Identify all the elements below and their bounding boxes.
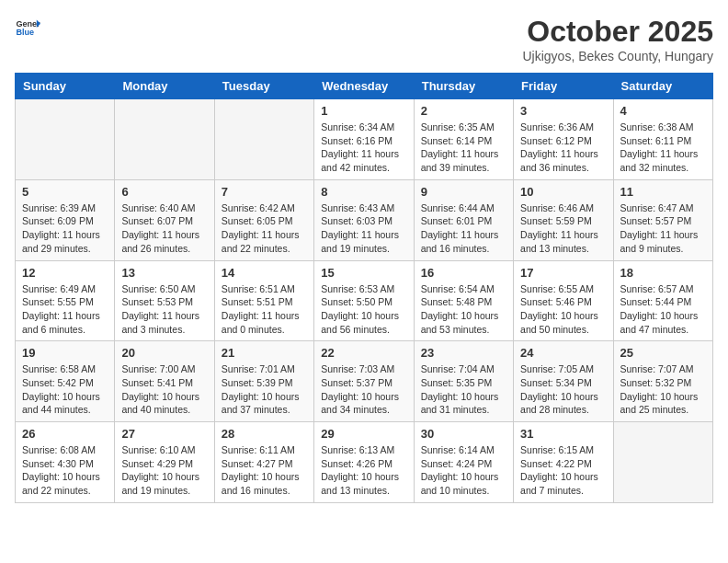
weekday-header-friday: Friday [514, 74, 613, 99]
calendar-week-2: 5Sunrise: 6:39 AMSunset: 6:09 PMDaylight… [16, 179, 713, 260]
calendar-cell: 2Sunrise: 6:35 AMSunset: 6:14 PMDaylight… [414, 99, 513, 180]
header: General Blue October 2025 Ujkigyos, Beke… [15, 15, 713, 63]
day-info: Sunrise: 6:35 AMSunset: 6:14 PMDaylight:… [421, 121, 506, 175]
day-info: Sunrise: 6:36 AMSunset: 6:12 PMDaylight:… [520, 121, 606, 175]
day-info: Sunrise: 6:50 AMSunset: 5:53 PMDaylight:… [121, 282, 207, 337]
day-info: Sunrise: 6:47 AMSunset: 5:57 PMDaylight:… [620, 201, 706, 256]
calendar-cell: 13Sunrise: 6:50 AMSunset: 5:53 PMDayligh… [115, 260, 214, 341]
day-info: Sunrise: 6:44 AMSunset: 6:01 PMDaylight:… [421, 201, 506, 256]
day-info: Sunrise: 7:07 AMSunset: 5:32 PMDaylight:… [620, 362, 706, 417]
calendar-cell: 15Sunrise: 6:53 AMSunset: 5:50 PMDayligh… [314, 260, 414, 341]
day-number: 1 [321, 104, 406, 118]
day-info: Sunrise: 7:04 AMSunset: 5:35 PMDaylight:… [421, 362, 506, 417]
calendar-cell: 8Sunrise: 6:43 AMSunset: 6:03 PMDaylight… [314, 179, 414, 260]
day-info: Sunrise: 6:49 AMSunset: 5:55 PMDaylight:… [22, 282, 108, 337]
day-number: 16 [421, 266, 506, 280]
calendar-cell [613, 422, 712, 503]
day-number: 2 [421, 104, 506, 118]
calendar-week-5: 26Sunrise: 6:08 AMSunset: 4:30 PMDayligh… [16, 422, 713, 503]
calendar-cell: 25Sunrise: 7:07 AMSunset: 5:32 PMDayligh… [613, 341, 712, 422]
calendar-cell [16, 99, 115, 180]
day-number: 8 [321, 185, 406, 199]
calendar-table: SundayMondayTuesdayWednesdayThursdayFrid… [15, 73, 713, 503]
calendar-cell: 26Sunrise: 6:08 AMSunset: 4:30 PMDayligh… [16, 422, 115, 503]
calendar-cell: 6Sunrise: 6:40 AMSunset: 6:07 PMDaylight… [115, 179, 214, 260]
day-number: 12 [22, 266, 108, 280]
day-info: Sunrise: 6:58 AMSunset: 5:42 PMDaylight:… [22, 362, 108, 417]
day-info: Sunrise: 6:10 AMSunset: 4:29 PMDaylight:… [121, 443, 207, 498]
day-info: Sunrise: 6:08 AMSunset: 4:30 PMDaylight:… [22, 443, 108, 498]
day-number: 21 [222, 346, 307, 360]
calendar-cell: 18Sunrise: 6:57 AMSunset: 5:44 PMDayligh… [613, 260, 712, 341]
day-number: 27 [121, 427, 207, 441]
day-info: Sunrise: 6:54 AMSunset: 5:48 PMDaylight:… [421, 282, 506, 337]
day-info: Sunrise: 6:11 AMSunset: 4:27 PMDaylight:… [222, 443, 307, 498]
calendar-week-1: 1Sunrise: 6:34 AMSunset: 6:16 PMDaylight… [16, 99, 713, 180]
day-number: 25 [620, 346, 706, 360]
calendar-cell: 31Sunrise: 6:15 AMSunset: 4:22 PMDayligh… [514, 422, 613, 503]
calendar-cell: 11Sunrise: 6:47 AMSunset: 5:57 PMDayligh… [613, 179, 712, 260]
day-number: 30 [421, 427, 506, 441]
day-number: 28 [222, 427, 307, 441]
day-number: 24 [520, 346, 606, 360]
calendar-cell: 7Sunrise: 6:42 AMSunset: 6:05 PMDaylight… [214, 179, 313, 260]
calendar-cell: 20Sunrise: 7:00 AMSunset: 5:41 PMDayligh… [115, 341, 214, 422]
calendar-cell: 17Sunrise: 6:55 AMSunset: 5:46 PMDayligh… [514, 260, 613, 341]
calendar-week-4: 19Sunrise: 6:58 AMSunset: 5:42 PMDayligh… [16, 341, 713, 422]
day-number: 31 [520, 427, 606, 441]
calendar-cell: 12Sunrise: 6:49 AMSunset: 5:55 PMDayligh… [16, 260, 115, 341]
day-info: Sunrise: 6:53 AMSunset: 5:50 PMDaylight:… [321, 282, 406, 337]
day-number: 10 [520, 185, 606, 199]
calendar-cell: 16Sunrise: 6:54 AMSunset: 5:48 PMDayligh… [414, 260, 513, 341]
day-number: 18 [620, 266, 706, 280]
day-number: 5 [22, 185, 108, 199]
calendar-cell: 23Sunrise: 7:04 AMSunset: 5:35 PMDayligh… [414, 341, 513, 422]
day-info: Sunrise: 6:51 AMSunset: 5:51 PMDaylight:… [222, 282, 307, 337]
calendar-cell: 5Sunrise: 6:39 AMSunset: 6:09 PMDaylight… [16, 179, 115, 260]
day-info: Sunrise: 6:39 AMSunset: 6:09 PMDaylight:… [22, 201, 108, 256]
calendar-week-3: 12Sunrise: 6:49 AMSunset: 5:55 PMDayligh… [16, 260, 713, 341]
calendar-cell: 29Sunrise: 6:13 AMSunset: 4:26 PMDayligh… [314, 422, 414, 503]
day-number: 22 [321, 346, 406, 360]
weekday-header-monday: Monday [115, 74, 214, 99]
day-info: Sunrise: 6:15 AMSunset: 4:22 PMDaylight:… [520, 443, 606, 498]
day-number: 29 [321, 427, 406, 441]
day-info: Sunrise: 6:46 AMSunset: 5:59 PMDaylight:… [520, 201, 606, 256]
day-number: 23 [421, 346, 506, 360]
day-info: Sunrise: 6:42 AMSunset: 6:05 PMDaylight:… [222, 201, 307, 256]
day-number: 3 [520, 104, 606, 118]
day-number: 15 [321, 266, 406, 280]
day-number: 9 [421, 185, 506, 199]
day-info: Sunrise: 6:57 AMSunset: 5:44 PMDaylight:… [620, 282, 706, 337]
calendar-cell [115, 99, 214, 180]
weekday-header-tuesday: Tuesday [214, 74, 313, 99]
month-title: October 2025 [523, 15, 714, 49]
calendar-cell: 10Sunrise: 6:46 AMSunset: 5:59 PMDayligh… [514, 179, 613, 260]
svg-text:Blue: Blue [16, 28, 34, 37]
day-number: 13 [121, 266, 207, 280]
day-info: Sunrise: 7:01 AMSunset: 5:39 PMDaylight:… [222, 362, 307, 417]
calendar-cell: 14Sunrise: 6:51 AMSunset: 5:51 PMDayligh… [214, 260, 313, 341]
day-info: Sunrise: 6:14 AMSunset: 4:24 PMDaylight:… [421, 443, 506, 498]
day-info: Sunrise: 6:43 AMSunset: 6:03 PMDaylight:… [321, 201, 406, 256]
day-number: 4 [620, 104, 706, 118]
weekday-header-thursday: Thursday [414, 74, 513, 99]
logo-icon: General Blue [15, 15, 40, 40]
location-subtitle: Ujkigyos, Bekes County, Hungary [523, 49, 714, 63]
calendar-cell: 19Sunrise: 6:58 AMSunset: 5:42 PMDayligh… [16, 341, 115, 422]
calendar-cell: 9Sunrise: 6:44 AMSunset: 6:01 PMDaylight… [414, 179, 513, 260]
weekday-header-wednesday: Wednesday [314, 74, 414, 99]
weekday-header-saturday: Saturday [613, 74, 712, 99]
day-number: 14 [222, 266, 307, 280]
calendar-cell: 21Sunrise: 7:01 AMSunset: 5:39 PMDayligh… [214, 341, 313, 422]
day-info: Sunrise: 7:00 AMSunset: 5:41 PMDaylight:… [121, 362, 207, 417]
calendar-cell: 27Sunrise: 6:10 AMSunset: 4:29 PMDayligh… [115, 422, 214, 503]
day-info: Sunrise: 6:34 AMSunset: 6:16 PMDaylight:… [321, 121, 406, 175]
calendar-cell: 3Sunrise: 6:36 AMSunset: 6:12 PMDaylight… [514, 99, 613, 180]
day-number: 17 [520, 266, 606, 280]
day-info: Sunrise: 6:55 AMSunset: 5:46 PMDaylight:… [520, 282, 606, 337]
weekday-header-sunday: Sunday [16, 74, 115, 99]
day-number: 20 [121, 346, 207, 360]
calendar-cell [214, 99, 313, 180]
day-number: 6 [121, 185, 207, 199]
